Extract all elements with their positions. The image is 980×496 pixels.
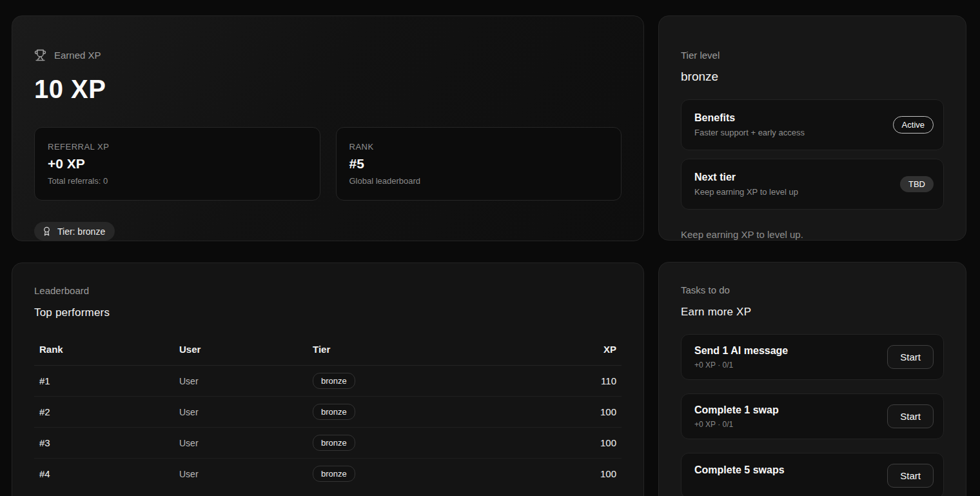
tier-pill: bronze	[313, 466, 355, 482]
stat-subtext: Total referrals: 0	[48, 176, 307, 186]
xp-dashboard-page: Earned XP 10 XP REFERRAL XP +0 XP Total …	[0, 0, 980, 496]
tier-pill: bronze	[313, 435, 355, 451]
leaderboard-card: Leaderboard Top performers Rank User Tie…	[12, 263, 644, 496]
table-header-row: Rank User Tier XP	[34, 336, 622, 366]
earned-xp-label: Earned XP	[54, 50, 101, 61]
tasks-label: Tasks to do	[681, 284, 944, 295]
column-header-rank: Rank	[34, 336, 174, 366]
status-badge: TBD	[900, 176, 934, 192]
cell-user: User	[174, 459, 308, 490]
cell-xp: 100	[516, 428, 622, 459]
leaderboard-label: Leaderboard	[34, 285, 622, 296]
cell-xp: 100	[516, 459, 622, 490]
cell-xp: 100	[516, 397, 622, 428]
task-progress: +0 XP · 0/1	[694, 420, 779, 429]
column-header-tier: Tier	[308, 336, 516, 366]
cell-rank: #2	[34, 397, 174, 428]
table-row: #1 User bronze 110	[34, 366, 622, 397]
tier-benefit-item: Next tier Keep earning XP to level up TB…	[681, 159, 944, 210]
status-badge: Active	[893, 116, 934, 134]
start-button[interactable]: Start	[887, 464, 934, 488]
cell-rank: #4	[34, 459, 174, 490]
tier-benefit-list: Benefits Faster support + early access A…	[681, 99, 944, 210]
cell-xp: 110	[516, 366, 622, 397]
task-item: Complete 5 swaps Start	[681, 453, 944, 496]
tasks-title: Earn more XP	[681, 306, 944, 319]
stat-card: REFERRAL XP +0 XP Total referrals: 0	[34, 127, 320, 201]
start-button[interactable]: Start	[887, 404, 934, 428]
table-row: #3 User bronze 100	[34, 428, 622, 459]
cell-user: User	[174, 366, 308, 397]
earned-xp-card: Earned XP 10 XP REFERRAL XP +0 XP Total …	[12, 15, 644, 241]
task-title: Complete 5 swaps	[694, 464, 785, 476]
tier-level-card: Tier level bronze Benefits Faster suppor…	[658, 15, 966, 241]
tier-pill: bronze	[313, 373, 355, 389]
tier-benefit-item: Benefits Faster support + early access A…	[681, 99, 944, 150]
earned-xp-value: 10 XP	[34, 75, 622, 104]
left-column: Earned XP 10 XP REFERRAL XP +0 XP Total …	[12, 15, 644, 496]
task-progress: +0 XP · 0/1	[694, 361, 788, 370]
task-item: Send 1 AI message +0 XP · 0/1 Start	[681, 334, 944, 380]
earned-xp-stats: REFERRAL XP +0 XP Total referrals: 0 RAN…	[34, 127, 622, 201]
cell-tier: bronze	[308, 366, 516, 397]
cell-tier: bronze	[308, 428, 516, 459]
table-row: #2 User bronze 100	[34, 397, 622, 428]
cell-tier: bronze	[308, 397, 516, 428]
leaderboard-title: Top performers	[34, 306, 622, 319]
column-header-user: User	[174, 336, 308, 366]
table-row: #4 User bronze 100	[34, 459, 622, 490]
cell-user: User	[174, 397, 308, 428]
stat-value: +0 XP	[48, 156, 307, 172]
task-title: Send 1 AI message	[694, 345, 788, 357]
stat-subtext: Global leaderboard	[349, 176, 609, 186]
task-text: Complete 1 swap +0 XP · 0/1	[694, 404, 779, 429]
cell-rank: #1	[34, 366, 174, 397]
tier-benefit-text: Benefits Faster support + early access	[694, 112, 805, 137]
task-progress	[694, 480, 785, 488]
cell-user: User	[174, 428, 308, 459]
stat-label: RANK	[349, 142, 609, 152]
task-title: Complete 1 swap	[694, 404, 779, 416]
stat-label: REFERRAL XP	[48, 142, 307, 152]
tier-benefit-title: Benefits	[694, 112, 805, 124]
task-text: Complete 5 swaps	[694, 464, 785, 488]
tier-badge-label: Tier: bronze	[57, 226, 105, 237]
tier-benefit-subtitle: Faster support + early access	[694, 128, 805, 137]
leaderboard-table: Rank User Tier XP #1 User bronze 110 #2 …	[34, 336, 622, 490]
award-icon	[42, 226, 52, 237]
tier-benefit-title: Next tier	[694, 172, 798, 183]
tier-benefit-text: Next tier Keep earning XP to level up	[694, 172, 798, 197]
tier-level-value: bronze	[681, 70, 944, 84]
trophy-icon	[34, 48, 46, 62]
tier-level-label: Tier level	[681, 50, 944, 61]
task-text: Send 1 AI message +0 XP · 0/1	[694, 345, 788, 370]
column-header-xp: XP	[516, 336, 622, 366]
tier-pill: bronze	[313, 404, 355, 420]
stat-card: RANK #5 Global leaderboard	[336, 127, 622, 201]
cell-tier: bronze	[308, 459, 516, 490]
tier-benefit-subtitle: Keep earning XP to level up	[694, 187, 798, 197]
start-button[interactable]: Start	[887, 345, 934, 369]
task-item: Complete 1 swap +0 XP · 0/1 Start	[681, 393, 944, 439]
right-column: Tier level bronze Benefits Faster suppor…	[658, 15, 966, 496]
stat-value: #5	[349, 156, 609, 172]
earned-xp-header: Earned XP	[34, 48, 622, 62]
cell-rank: #3	[34, 428, 174, 459]
tier-footer-text: Keep earning XP to level up.	[681, 229, 944, 240]
tasks-card: Tasks to do Earn more XP Send 1 AI messa…	[658, 262, 966, 496]
tier-badge: Tier: bronze	[34, 222, 115, 241]
task-list: Send 1 AI message +0 XP · 0/1 Start Comp…	[681, 334, 944, 496]
